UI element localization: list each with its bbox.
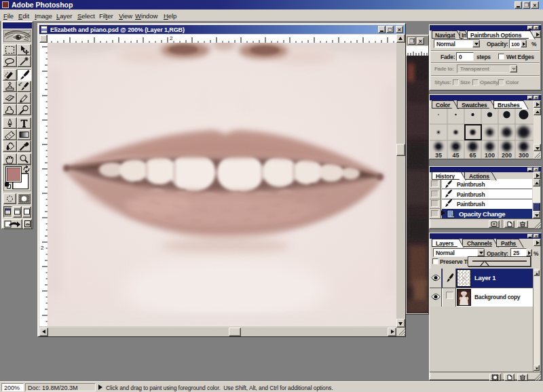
svg-text:200: 200: [502, 152, 512, 159]
svg-text:45: 45: [452, 152, 459, 159]
svg-text:2: 2: [41, 245, 44, 251]
svg-text:65: 65: [469, 152, 476, 159]
svg-text:2: 2: [170, 35, 173, 41]
svg-text:100: 100: [485, 152, 495, 159]
svg-text:35: 35: [435, 152, 442, 159]
svg-text:300: 300: [519, 152, 529, 159]
